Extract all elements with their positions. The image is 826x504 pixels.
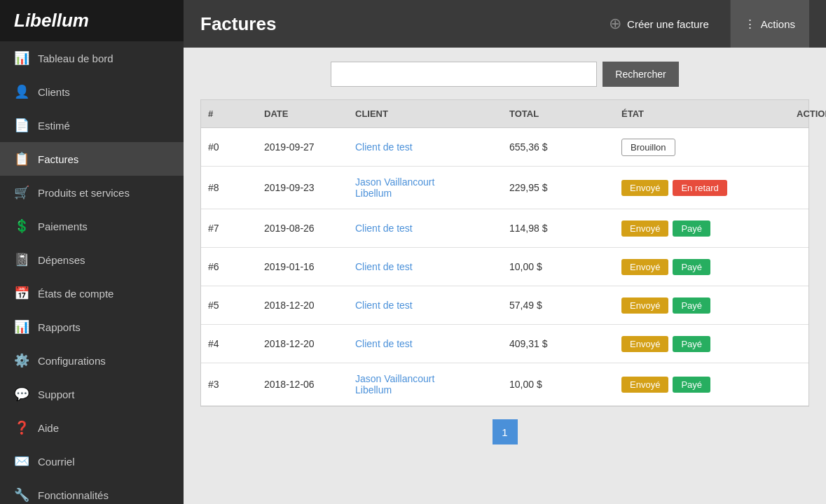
sidebar-icon: 💬: [14, 386, 29, 402]
sidebar: Libellum 📊 Tableau de bord 👤 Clients 📄 E…: [0, 0, 184, 504]
status-badge: Payé: [673, 336, 710, 352]
invoice-client[interactable]: Client de test: [348, 251, 502, 282]
aperçu-link[interactable]: Aperçu: [797, 386, 826, 396]
status-badge: Envoyé: [621, 336, 668, 352]
status-badge: Payé: [673, 298, 710, 314]
sidebar-item-factures[interactable]: 📋 Factures: [0, 142, 184, 176]
invoice-client[interactable]: Jason VaillancourtLibellum: [348, 167, 502, 209]
invoice-id: #8: [201, 172, 257, 203]
table-row: #52018-12-20Client de test57,49 $EnvoyéP…: [201, 286, 808, 325]
col-date: DATE: [257, 100, 348, 127]
sidebar-item-paiements[interactable]: 💲 Paiements: [0, 209, 184, 243]
status-badge: Envoyé: [621, 220, 668, 237]
sidebar-item-label: Produits et services: [38, 187, 130, 199]
page-title: Factures: [200, 13, 588, 35]
invoice-status: EnvoyéEn retard: [614, 170, 790, 206]
invoice-client[interactable]: Client de test: [348, 213, 502, 244]
search-input[interactable]: [331, 62, 597, 87]
modifier-link[interactable]: Modifier: [797, 293, 826, 304]
sidebar-icon: 👤: [14, 84, 29, 99]
invoice-client[interactable]: Client de test: [348, 328, 502, 359]
sidebar-icon: 📓: [14, 252, 29, 267]
modifier-link[interactable]: Modifier: [797, 176, 826, 186]
invoice-id: #5: [201, 290, 257, 321]
invoice-total: 10,00 $: [502, 369, 614, 400]
status-badge: En retard: [673, 180, 727, 196]
col-client: CLIENT: [348, 100, 502, 127]
aperçu-link[interactable]: Aperçu: [797, 189, 826, 200]
sidebar-item-rapports[interactable]: 📊 Rapports: [0, 310, 184, 344]
sidebar-item-tableau-de-bord[interactable]: 📊 Tableau de bord: [0, 41, 184, 75]
modifier-link[interactable]: Modifier: [797, 135, 826, 146]
sidebar-item-label: Fonctionnalités: [38, 489, 109, 501]
page-1-button[interactable]: 1: [493, 419, 518, 444]
sidebar-item-label: Configurations: [38, 355, 106, 367]
status-badge: Envoyé: [621, 298, 668, 314]
page-content: Rechercher # DATE CLIENT TOTAL ÉTAT ACTI…: [184, 48, 826, 504]
invoice-total: 57,49 $: [502, 290, 614, 321]
invoice-status: EnvoyéPayé: [614, 288, 790, 323]
invoice-id: #4: [201, 328, 257, 359]
invoice-date: 2018-12-20: [257, 290, 348, 321]
status-badge: Envoyé: [621, 259, 668, 275]
sidebar-item-estimé[interactable]: 📄 Estimé: [0, 108, 184, 142]
pagination: 1: [200, 419, 809, 444]
status-badge: Payé: [673, 259, 710, 275]
invoice-actions: ModifierAperçu: [790, 325, 826, 363]
modifier-link[interactable]: Modifier: [797, 372, 826, 383]
invoice-client[interactable]: Jason VaillancourtLibellum: [348, 363, 502, 405]
aperçu-link[interactable]: Aperçu: [797, 148, 826, 159]
sidebar-icon: 🔧: [14, 487, 29, 503]
sidebar-item-label: Support: [38, 388, 75, 400]
sidebar-item-états-de-compte[interactable]: 📅 États de compte: [0, 276, 184, 310]
modifier-link[interactable]: Modifier: [797, 255, 826, 265]
sidebar-item-label: Rapports: [38, 321, 81, 333]
invoice-total: 229,95 $: [502, 172, 614, 203]
status-badge: Envoyé: [621, 180, 668, 196]
sidebar-icon: ⚙️: [14, 353, 29, 368]
aperçu-link[interactable]: Aperçu: [797, 307, 826, 317]
app-logo: Libellum: [0, 0, 184, 41]
invoice-actions: ModifierAperçu: [790, 365, 826, 403]
invoice-date: 2019-01-16: [257, 251, 348, 282]
invoices-table: # DATE CLIENT TOTAL ÉTAT ACTIONS #02019-…: [200, 99, 809, 407]
aperçu-link[interactable]: Aperçu: [797, 345, 826, 356]
invoice-status: EnvoyéPayé: [614, 249, 790, 285]
invoice-actions: ModifierAperçu: [790, 286, 826, 324]
status-badge: Envoyé: [621, 377, 668, 393]
invoice-date: 2018-12-06: [257, 369, 348, 400]
invoice-client[interactable]: Client de test: [348, 290, 502, 321]
actions-button[interactable]: ⋮ Actions: [730, 0, 809, 48]
sidebar-icon: ✉️: [14, 454, 29, 469]
invoice-client[interactable]: Client de test: [348, 132, 502, 162]
search-button[interactable]: Rechercher: [603, 62, 678, 87]
aperçu-link[interactable]: Aperçu: [797, 230, 826, 240]
invoice-total: 10,00 $: [502, 251, 614, 282]
sidebar-icon: ❓: [14, 420, 29, 435]
modifier-link[interactable]: Modifier: [797, 216, 826, 227]
aperçu-link[interactable]: Aperçu: [797, 268, 826, 279]
sidebar-item-fonctionnalités[interactable]: 🔧 Fonctionnalités: [0, 478, 184, 504]
table-header: # DATE CLIENT TOTAL ÉTAT ACTIONS: [201, 100, 808, 128]
sidebar-item-produits-et-services[interactable]: 🛒 Produits et services: [0, 176, 184, 209]
page-header: Factures ⊕ Créer une facture ⋮ Actions: [184, 0, 826, 48]
search-bar: Rechercher: [200, 62, 809, 87]
sidebar-item-dépenses[interactable]: 📓 Dépenses: [0, 243, 184, 276]
sidebar-item-courriel[interactable]: ✉️ Courriel: [0, 444, 184, 478]
sidebar-icon: 📋: [14, 151, 29, 167]
invoice-id: #6: [201, 251, 257, 282]
sidebar-item-aide[interactable]: ❓ Aide: [0, 411, 184, 444]
sidebar-item-label: Tableau de bord: [38, 52, 113, 64]
invoice-total: 409,31 $: [502, 328, 614, 359]
sidebar-item-configurations[interactable]: ⚙️ Configurations: [0, 344, 184, 377]
invoice-total: 655,36 $: [502, 132, 614, 162]
sidebar-item-support[interactable]: 💬 Support: [0, 377, 184, 411]
table-row: #82019-09-23Jason VaillancourtLibellum22…: [201, 167, 808, 209]
col-total: TOTAL: [502, 100, 614, 127]
create-invoice-button[interactable]: ⊕ Créer une facture: [599, 9, 719, 38]
sidebar-item-clients[interactable]: 👤 Clients: [0, 75, 184, 108]
modifier-link[interactable]: Modifier: [797, 332, 826, 342]
sidebar-icon: 📊: [14, 319, 29, 335]
invoice-status: Brouillon: [614, 129, 790, 166]
invoice-actions: ModifierAperçu: [790, 169, 826, 206]
